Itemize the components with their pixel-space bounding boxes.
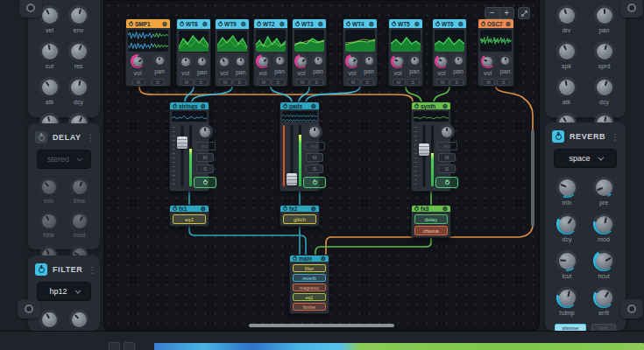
fx-slot-glitch[interactable]: glitch [283,214,316,224]
vol-knob[interactable] [131,54,145,68]
solo-button[interactable]: S [438,164,456,173]
reverb-lcut-knob[interactable] [556,250,577,271]
power-icon[interactable] [392,22,396,26]
delay-mod-knob[interactable] [70,212,88,230]
power-icon[interactable] [295,22,300,26]
fx-slot-eq1[interactable]: eq1 [173,214,206,224]
gear-icon[interactable]: ⚙ [202,21,208,27]
pan-knob[interactable] [594,5,614,25]
out-atk-knob[interactable] [556,77,577,97]
vol-knob[interactable] [294,54,308,68]
reverb-dcy-knob[interactable] [556,214,577,234]
mute-button[interactable]: M [132,79,145,86]
strip-enable-button[interactable] [194,177,216,188]
solo-button[interactable]: S [196,164,214,173]
wavetable-display[interactable] [435,30,464,52]
gear-icon[interactable]: ⚙ [506,21,511,27]
strip-pads[interactable]: pads⚙ arp M S [280,102,320,192]
vol-knob[interactable] [179,55,192,68]
filter-menu-icon[interactable]: ⋮ [88,265,96,275]
gear-icon[interactable]: ⚙ [442,103,448,109]
reverb-mode-dropdown[interactable]: space [554,149,617,168]
mute-button[interactable]: M [219,79,232,86]
power-icon[interactable] [283,206,287,211]
out-dcy-knob[interactable] [594,77,614,97]
mute-button[interactable]: M [393,79,406,86]
sprd-knob[interactable] [594,41,614,61]
fader-thumb[interactable] [177,136,188,149]
wavetable-display[interactable] [345,30,375,52]
mute-button[interactable]: M [347,79,360,86]
fx-slot-chorus[interactable]: chorus [414,226,448,235]
strip-enable-button[interactable] [435,177,458,188]
solo-button[interactable]: S [407,79,420,86]
generator-wt4[interactable]: WT4⚙ vol pan MS [343,18,378,87]
reverb-hcut-knob[interactable] [593,250,614,271]
spk-knob[interactable] [556,41,577,61]
solo-button[interactable]: S [272,79,285,86]
solo-button[interactable]: S [195,79,208,86]
pan-knob[interactable] [153,54,166,66]
vol-knob[interactable] [256,54,270,68]
reverb-menu-icon[interactable]: ⋮ [611,132,619,142]
gear-icon[interactable]: ⚙ [201,103,206,109]
pan-knob[interactable] [440,124,455,139]
pan-knob[interactable] [198,124,213,139]
vol-knob[interactable] [481,54,495,68]
gear-icon[interactable]: ⚙ [369,21,374,27]
arp-button[interactable]: arp [195,142,216,150]
vel-knob[interactable] [39,5,60,25]
pan-knob[interactable] [452,54,464,66]
cut-knob[interactable] [39,41,60,61]
pan-knob[interactable] [196,55,209,67]
generator-wt6[interactable]: WT6⚙ vol pan MS [432,18,467,87]
pan-knob[interactable] [363,54,375,66]
fx-node-fx2[interactable]: fx2⚙ glitch [280,205,320,227]
main-slot-limiter[interactable]: limiter [293,303,326,311]
power-icon[interactable] [129,22,133,26]
solo-button[interactable]: S [233,79,246,86]
solo-button[interactable]: S [306,164,323,173]
power-icon[interactable] [173,104,177,108]
panel-handle-bottom-left[interactable] [18,299,40,318]
strip-synth[interactable]: synth⚙ arp M S [411,102,451,192]
atk-knob[interactable] [39,77,60,97]
solo-button[interactable]: S [152,79,165,86]
main-node[interactable]: main⚙ filter reverb magnetic eq1 limiter [289,255,329,314]
drv-knob[interactable] [556,5,577,25]
main-slot-filter[interactable]: filter [293,264,326,272]
vol-knob[interactable] [435,54,449,68]
panel-handle-top-left[interactable] [19,0,42,18]
delay-time-knob[interactable] [70,178,88,196]
bottom-tool-button[interactable] [124,342,135,350]
solo-button[interactable]: S [361,79,374,86]
mute-button[interactable]: M [258,79,271,86]
filter-cut-knob[interactable] [39,310,59,329]
wavetable-display[interactable] [391,30,421,52]
wavetable-display[interactable] [256,30,286,52]
arp-button[interactable]: arp [304,142,325,150]
zoom-out-button[interactable]: − [485,8,500,18]
generator-wt8[interactable]: WT8⚙ vol pan MS [176,18,211,87]
generator-smp1[interactable]: SMP1⚙ vol pan MS [125,18,171,87]
pan-knob[interactable] [235,55,247,67]
power-icon[interactable] [180,22,184,26]
delay-power-button[interactable] [35,131,47,144]
power-icon[interactable] [257,22,261,26]
mute-button[interactable]: M [306,153,323,162]
sample-waveform-display[interactable] [128,30,168,52]
arp-button[interactable]: arp [436,142,457,150]
solo-button[interactable]: S [450,79,464,86]
delay-mix-knob[interactable] [39,178,58,196]
reverb-mix-knob[interactable] [556,177,577,198]
fx-node-fx1[interactable]: fx1⚙ eq1 [169,205,209,227]
vol-knob[interactable] [345,54,359,68]
main-slot-eq1[interactable]: eq1 [293,293,326,301]
delay-fdbk-knob[interactable] [39,212,58,230]
filter-mode-dropdown[interactable]: hp12 [37,282,91,301]
power-icon[interactable] [414,206,419,211]
panel-handle-top-right[interactable] [620,0,643,18]
mute-button[interactable]: M [296,79,309,86]
power-icon[interactable] [346,22,350,26]
gear-icon[interactable]: ⚙ [162,21,167,27]
